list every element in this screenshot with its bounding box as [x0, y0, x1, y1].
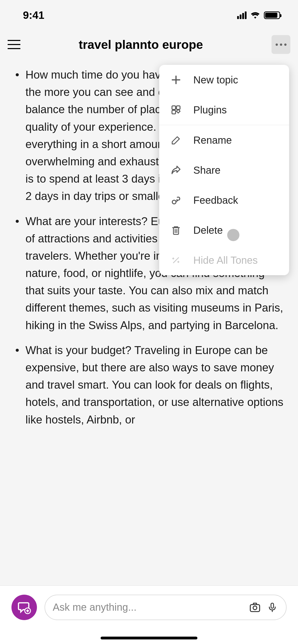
menu-label: Rename: [193, 135, 232, 146]
list-item: What is your budget? Traveling in Europe…: [13, 342, 285, 428]
cellular-signal-icon: [237, 11, 247, 19]
menu-label: Delete: [193, 225, 223, 236]
svg-rect-2: [172, 110, 175, 114]
battery-icon: [264, 11, 280, 19]
camera-icon[interactable]: [249, 602, 261, 613]
menu-new-topic[interactable]: New topic: [159, 65, 289, 95]
status-time: 9:41: [23, 9, 44, 21]
status-icons: [237, 11, 280, 19]
input-placeholder: Ask me anything...: [53, 602, 243, 613]
touch-indicator: [227, 229, 239, 241]
menu-share[interactable]: Share: [159, 155, 289, 185]
menu-label: Hide All Tones: [193, 255, 258, 266]
menu-plugins[interactable]: Plugins: [159, 95, 289, 125]
trash-icon: [170, 224, 182, 236]
menu-label: Feedback: [193, 195, 238, 206]
menu-delete[interactable]: Delete: [159, 215, 289, 245]
wand-icon: [170, 254, 182, 266]
message-input[interactable]: Ask me anything...: [45, 595, 287, 620]
pencil-icon: [170, 134, 182, 146]
new-chat-button[interactable]: [11, 595, 37, 620]
menu-label: Share: [193, 165, 221, 176]
microphone-icon[interactable]: [267, 602, 278, 613]
page-title: travel plannto europe: [10, 38, 272, 52]
plugins-icon: [170, 104, 182, 116]
svg-rect-0: [172, 106, 175, 109]
share-icon: [170, 164, 182, 176]
feedback-icon: [170, 194, 182, 206]
plus-icon: [170, 74, 182, 86]
status-bar: 9:41: [0, 0, 298, 31]
menu-feedback[interactable]: Feedback: [159, 185, 289, 215]
svg-point-6: [253, 606, 257, 610]
menu-label: New topic: [193, 74, 238, 86]
svg-rect-7: [271, 603, 274, 608]
menu-label: Plugins: [193, 104, 227, 116]
more-options-button[interactable]: [272, 35, 290, 54]
home-indicator[interactable]: [101, 637, 197, 639]
app-header: travel plannto europe: [0, 31, 298, 58]
bottom-bar: Ask me anything...: [0, 586, 298, 644]
wifi-icon: [251, 12, 260, 19]
svg-point-3: [172, 200, 176, 204]
menu-hide-tones: Hide All Tones: [159, 245, 289, 275]
menu-rename[interactable]: Rename: [159, 125, 289, 155]
context-menu: New topic Plugins Rename Share Feedback …: [159, 65, 289, 275]
